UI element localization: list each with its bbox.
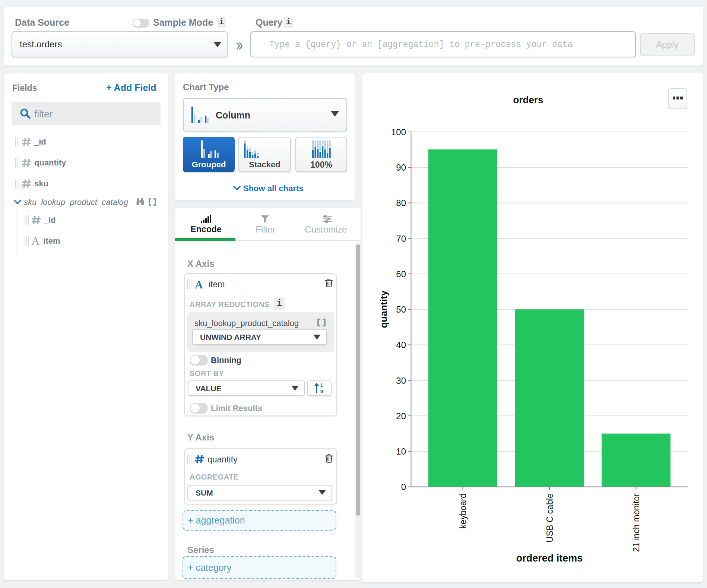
svg-text:20: 20	[396, 411, 406, 421]
svg-text:50: 50	[396, 304, 406, 314]
svg-text:orders: orders	[513, 94, 543, 105]
svg-text:9: 9	[320, 389, 323, 394]
svg-text:ordered items: ordered items	[516, 553, 583, 564]
svg-text:40: 40	[396, 340, 406, 350]
svg-text:80: 80	[396, 198, 406, 208]
svg-text:0: 0	[401, 482, 406, 492]
svg-text:60: 60	[396, 269, 406, 279]
svg-text:30: 30	[396, 376, 406, 386]
svg-text:quantity: quantity	[378, 290, 389, 328]
svg-text:USB C cable: USB C cable	[545, 493, 555, 543]
svg-text:keyboard: keyboard	[458, 493, 468, 529]
svg-text:10: 10	[396, 446, 406, 456]
svg-text:90: 90	[396, 162, 406, 173]
svg-text:70: 70	[396, 234, 406, 244]
svg-text:1: 1	[320, 383, 323, 388]
svg-text:100: 100	[391, 127, 406, 137]
svg-text:21 inch monitor: 21 inch monitor	[631, 493, 641, 552]
